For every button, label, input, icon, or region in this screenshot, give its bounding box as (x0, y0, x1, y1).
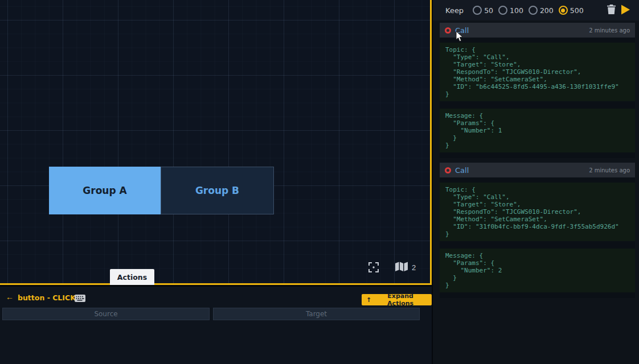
back-button[interactable]: ← (6, 292, 14, 301)
topic-code: Topic: { "Type": "Call", "Target": "Stor… (440, 183, 635, 241)
expand-actions-label: Expand Actions (374, 292, 427, 307)
keep-bar: Keep 50 100 200 500 (433, 0, 639, 20)
radio-icon (473, 6, 482, 15)
keep-option-200-label: 200 (540, 6, 554, 15)
trash-icon (607, 5, 616, 16)
expand-actions-button[interactable]: ↑ Expand Actions (362, 294, 432, 305)
keep-label: Keep (445, 6, 464, 15)
message-list: Call 2 minutes ago Topic: { "Type": "Cal… (433, 20, 639, 298)
keyboard-icon (75, 293, 85, 304)
radio-icon (529, 6, 538, 15)
run-button[interactable] (618, 2, 633, 19)
action-title: button - CLICK (18, 293, 76, 302)
actions-panel-header: ← button - CLICK ↑ Expand Actions (0, 291, 432, 305)
message-title: Call (455, 166, 469, 175)
fit-view-icon (367, 261, 380, 275)
message-card-header[interactable]: Call 2 minutes ago (440, 23, 635, 38)
group-b-node[interactable]: Group B (161, 167, 274, 214)
actions-tab[interactable]: Actions (110, 269, 154, 285)
keep-option-100-label: 100 (510, 6, 523, 15)
message-card-body: Topic: { "Type": "Call", "Target": "Stor… (440, 38, 635, 158)
target-input[interactable] (213, 308, 420, 320)
map-icon (395, 262, 408, 274)
minimap-button[interactable]: 2 (395, 262, 416, 274)
message-title: Call (455, 26, 469, 35)
message-log-panel: Keep 50 100 200 500 (433, 0, 639, 364)
radio-icon (498, 6, 507, 15)
call-status-icon (445, 167, 451, 173)
topic-code: Topic: { "Type": "Call", "Target": "Stor… (440, 43, 635, 101)
clear-messages-button[interactable] (605, 2, 618, 18)
fit-view-button[interactable] (367, 261, 380, 275)
group-a-label: Group A (83, 185, 126, 196)
message-card: Call 2 minutes ago Topic: { "Type": "Cal… (440, 23, 635, 158)
message-card: Call 2 minutes ago Topic: { "Type": "Cal… (440, 163, 635, 298)
message-timestamp: 2 minutes ago (589, 27, 630, 34)
group-b-label: Group B (195, 185, 239, 196)
flow-canvas[interactable]: Group A Group B Actions 2 (0, 0, 432, 285)
group-a-node[interactable]: Group A (49, 167, 161, 214)
expand-arrow-icon: ↑ (366, 296, 371, 304)
message-card-body: Topic: { "Type": "Call", "Target": "Stor… (440, 177, 635, 298)
keep-option-500-label: 500 (570, 6, 584, 15)
message-timestamp: 2 minutes ago (589, 167, 630, 173)
actions-tab-label: Actions (117, 273, 147, 282)
source-input[interactable] (2, 308, 210, 320)
minimap-count: 2 (412, 263, 416, 272)
app: Group A Group B Actions 2 (0, 0, 639, 364)
message-card-header[interactable]: Call 2 minutes ago (440, 163, 635, 177)
keep-option-100[interactable]: 100 (498, 6, 523, 15)
keep-option-50[interactable]: 50 (473, 6, 493, 15)
radio-icon (559, 6, 568, 15)
keep-option-200[interactable]: 200 (529, 6, 554, 15)
keep-option-50-label: 50 (484, 6, 493, 15)
actions-panel: ← button - CLICK ↑ Expand Actions (0, 287, 432, 364)
play-icon (620, 4, 631, 17)
keep-option-500[interactable]: 500 (559, 6, 584, 15)
message-code: Message: { "Params": { "Number": 1 } } (440, 109, 635, 152)
call-status-icon (445, 27, 451, 34)
message-code: Message: { "Params": { "Number": 2 } } (440, 249, 635, 292)
